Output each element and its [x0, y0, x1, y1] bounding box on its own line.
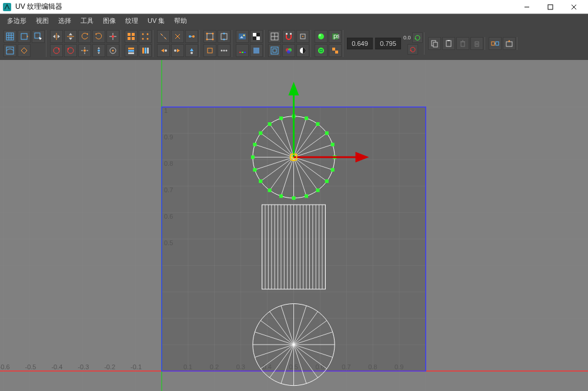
uv-sel-cursor-icon[interactable]: [32, 30, 45, 43]
rot-point-cw-icon[interactable]: [64, 44, 77, 57]
close-button[interactable]: [562, 0, 586, 14]
svg-rect-14: [6, 47, 14, 54]
svg-rect-10: [21, 34, 27, 39]
gather-icon[interactable]: [92, 44, 105, 57]
svg-point-70: [206, 33, 208, 35]
menu-texture[interactable]: 纹理: [121, 14, 143, 27]
menu-uvset[interactable]: UV 集: [143, 14, 169, 27]
svg-point-106: [318, 34, 324, 39]
layout-grid-icon[interactable]: [125, 30, 138, 43]
checker-shade-icon[interactable]: [329, 44, 342, 57]
svg-point-72: [206, 39, 208, 41]
svg-rect-86: [253, 36, 256, 40]
copy-icon[interactable]: [428, 37, 441, 50]
target-icon[interactable]: [106, 44, 119, 57]
svg-rect-120: [461, 42, 465, 46]
svg-rect-50: [128, 50, 134, 52]
shade-dist-icon[interactable]: [315, 44, 328, 57]
svg-rect-200: [331, 168, 335, 172]
svg-marker-67: [190, 48, 193, 51]
alpha-channel-icon[interactable]: [296, 44, 309, 57]
svg-point-83: [243, 35, 245, 36]
svg-rect-54: [147, 48, 149, 54]
spread-icon[interactable]: [78, 44, 91, 57]
svg-point-75: [223, 33, 225, 35]
svg-rect-216: [253, 168, 256, 172]
svg-text:0.6: 0.6: [315, 363, 324, 370]
image-icon[interactable]: [236, 30, 249, 43]
menu-view[interactable]: 视图: [31, 14, 54, 27]
refresh-uv-red-icon[interactable]: [407, 44, 418, 55]
menu-select[interactable]: 选择: [54, 14, 76, 27]
rgb-channel-icon[interactable]: [282, 44, 295, 57]
minimize-button[interactable]: [515, 0, 539, 14]
svg-point-56: [161, 34, 162, 35]
weld-right-icon[interactable]: [171, 44, 184, 57]
v-value-field[interactable]: 0.795: [375, 38, 401, 49]
layout-stack-icon[interactable]: [125, 44, 138, 57]
trash-2-icon[interactable]: [470, 37, 483, 50]
svg-text:-0.2: -0.2: [104, 363, 115, 370]
frame-icon[interactable]: [268, 44, 281, 57]
grid-toggle-icon[interactable]: [268, 30, 281, 43]
layout-col-icon[interactable]: [139, 44, 152, 57]
app-logo-icon: [2, 2, 12, 12]
rot-point-ccw-icon[interactable]: [50, 44, 63, 57]
svg-rect-194: [325, 131, 329, 135]
svg-marker-21: [69, 38, 72, 40]
rotate-ccw-icon[interactable]: [78, 30, 91, 43]
svg-rect-91: [244, 52, 246, 53]
checker-icon[interactable]: [250, 30, 263, 43]
svg-rect-212: [268, 189, 272, 192]
svg-text:psd: psd: [333, 32, 339, 39]
paste-icon[interactable]: [442, 37, 455, 50]
shade-icon[interactable]: [315, 30, 328, 43]
wire-icon[interactable]: psd: [329, 30, 342, 43]
merge-icon[interactable]: [185, 30, 198, 43]
svg-rect-101: [273, 49, 276, 52]
px-snap-icon[interactable]: [296, 30, 309, 43]
title-bar: UV 纹理编辑器: [0, 0, 588, 14]
magnet-icon[interactable]: [282, 30, 295, 43]
uv-lattice-icon[interactable]: [4, 30, 16, 43]
menu-image[interactable]: 图像: [98, 14, 121, 27]
weld-up-icon[interactable]: [185, 44, 198, 57]
align-points-icon[interactable]: [139, 30, 152, 43]
weld-left-icon[interactable]: [157, 44, 170, 57]
svg-rect-190: [305, 116, 308, 120]
svg-rect-123: [475, 42, 479, 46]
trash-icon[interactable]: [456, 37, 469, 50]
svg-rect-69: [207, 34, 213, 39]
u-value-field[interactable]: 0.649: [347, 38, 373, 49]
svg-text:0.8: 0.8: [368, 363, 377, 370]
menu-polygons[interactable]: 多边形: [2, 14, 31, 27]
snap-corner-icon[interactable]: [203, 30, 216, 43]
menu-tool[interactable]: 工具: [76, 14, 98, 27]
image-rgb-icon[interactable]: [236, 44, 249, 57]
snap-box-icon[interactable]: [203, 44, 216, 57]
menu-help[interactable]: 帮助: [169, 14, 192, 27]
swatch-icon[interactable]: [250, 44, 263, 57]
svg-point-57: [165, 38, 166, 39]
refresh-uv-icon[interactable]: [412, 32, 423, 43]
export-uv-icon[interactable]: [503, 37, 516, 50]
smooth-uv-icon[interactable]: [4, 44, 16, 57]
svg-marker-273: [289, 82, 299, 95]
svg-point-48: [147, 38, 149, 40]
svg-text:-0.6: -0.6: [0, 363, 10, 370]
rotate-cw-icon[interactable]: [92, 30, 105, 43]
uv-viewport[interactable]: 0.50.60.70.80.91-0.6-0.5-0.4-0.3-0.2-0.1…: [0, 60, 588, 391]
maximize-button[interactable]: [539, 0, 562, 14]
snap-cross-icon[interactable]: [106, 30, 119, 43]
snap-edge-icon[interactable]: [218, 30, 230, 43]
flip-v-icon[interactable]: [64, 30, 77, 43]
transfer-uv-icon[interactable]: [489, 37, 502, 50]
cut-uv-icon[interactable]: [171, 30, 184, 43]
move-uv-icon[interactable]: [18, 30, 31, 43]
svg-point-99: [302, 36, 303, 37]
svg-rect-117: [433, 42, 437, 47]
sew-icon[interactable]: [157, 30, 170, 43]
unfold-uv-icon[interactable]: [18, 44, 31, 57]
flip-h-icon[interactable]: [50, 30, 63, 43]
distribute-icon[interactable]: [218, 44, 230, 57]
